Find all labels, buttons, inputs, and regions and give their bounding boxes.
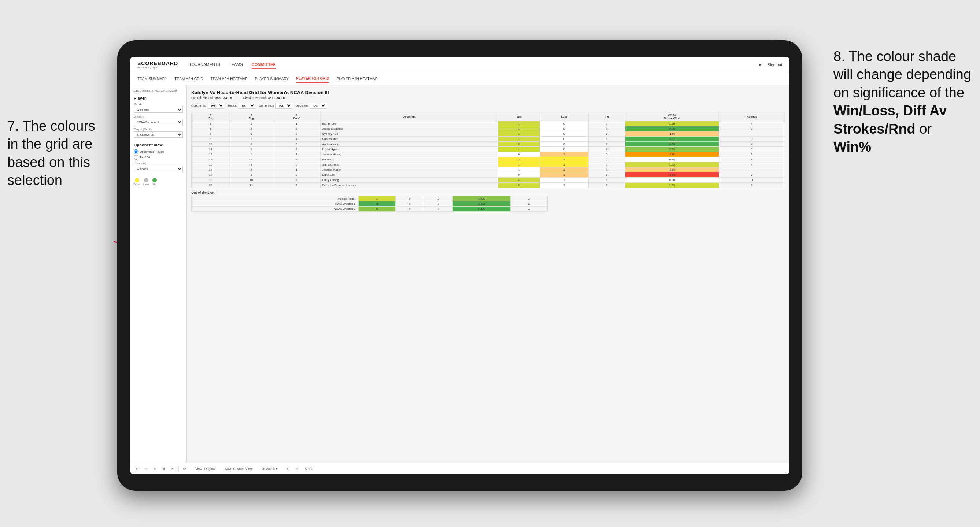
ood-cell-diff: 9.267 bbox=[453, 202, 510, 206]
cell-opponent: Emily Chang bbox=[320, 178, 498, 183]
nav-committee[interactable]: COMMITTEE bbox=[252, 61, 276, 69]
ood-cell-rounds: 30 bbox=[510, 202, 547, 206]
filter-region-select[interactable]: (All) bbox=[239, 103, 255, 109]
cell-conf: 2 bbox=[272, 147, 320, 152]
cell-reg: 3 bbox=[230, 132, 273, 137]
subnav-team-summary[interactable]: TEAM SUMMARY bbox=[137, 75, 167, 83]
cell-conf: 4 bbox=[272, 137, 320, 142]
sidebar-colour-by-select[interactable]: Win/loss bbox=[134, 166, 183, 172]
cell-tie: 0 bbox=[589, 178, 625, 183]
subnav-player-h2h-grid[interactable]: PLAYER H2H GRID bbox=[296, 75, 329, 83]
cell-loss: 0 bbox=[540, 126, 589, 132]
cell-diff: 3.33 bbox=[625, 147, 719, 152]
ood-table-row: Foreign Team 1 0 0 4.500 2 bbox=[192, 196, 548, 202]
nav-teams[interactable]: TEAMS bbox=[229, 61, 243, 69]
cell-reg: 11 bbox=[230, 183, 273, 188]
nav-tournaments[interactable]: TOURNAMENTS bbox=[189, 61, 220, 69]
filter-region: Region (All) bbox=[228, 103, 255, 109]
cell-conf: 2 bbox=[272, 173, 320, 178]
nav-signout[interactable]: Sign out bbox=[767, 61, 782, 68]
toolbar-save-custom-view[interactable]: Save Custom View bbox=[223, 466, 254, 471]
table-row: 19 10 6 Emily Chang 4 1 0 0.30 11 bbox=[192, 178, 785, 183]
cell-tie: 0 bbox=[589, 137, 625, 142]
cell-diff: 1.25 bbox=[625, 162, 719, 167]
cell-rounds: 4 bbox=[719, 142, 785, 147]
sidebar: Last Updated: 27/03/2024 16:55:38 Player… bbox=[130, 85, 187, 462]
cell-loss: 0 bbox=[540, 147, 589, 152]
cell-tie: 0 bbox=[589, 126, 625, 132]
table-row: 20 11 7 Federica Domecq Lacroze 2 1 0 1.… bbox=[192, 183, 785, 188]
cell-reg: 10 bbox=[230, 178, 273, 183]
cell-rounds: 2 bbox=[719, 152, 785, 157]
filter-opponents-select[interactable]: (All) bbox=[208, 103, 224, 109]
table-row: 3 1 1 Esther Lee 1 0 0 1.50 4 bbox=[192, 121, 785, 126]
toolbar-undo2[interactable]: ↩ bbox=[152, 466, 158, 471]
subnav-team-h2h-grid[interactable]: TEAM H2H GRID bbox=[175, 75, 203, 83]
cell-div: 19 bbox=[192, 178, 230, 183]
cell-reg: 9 bbox=[230, 147, 273, 152]
annotation-right: 8. The colour shade will change dependin… bbox=[834, 48, 973, 156]
cell-rounds: 3 bbox=[719, 147, 785, 152]
grid-area: Katelyn Vo Head-to-Head Grid for Women's… bbox=[187, 85, 789, 462]
sidebar-player-rank-select[interactable]: 8. Katelyn Vo bbox=[134, 132, 183, 138]
tablet-device: SCOREBOARD Powered by clippd TOURNAMENTS… bbox=[117, 40, 802, 491]
toolbar-undo[interactable]: ↩ bbox=[134, 466, 140, 471]
colour-dot-up: Up bbox=[153, 178, 157, 186]
toolbar-watch[interactable]: 👁 Watch ▾ bbox=[260, 466, 279, 471]
cell-conf: 1 bbox=[272, 121, 320, 126]
cell-loss: 1 bbox=[540, 173, 589, 178]
cell-reg: 8 bbox=[230, 162, 273, 167]
toolbar-icon2[interactable]: ⊞ bbox=[294, 466, 300, 471]
col-diff: Diff AvStrokes/Rnd bbox=[625, 112, 719, 121]
ood-cell-win: 5 bbox=[359, 206, 396, 212]
toolbar-icon1[interactable]: ⊡ bbox=[285, 466, 291, 471]
ood-cell-diff: 4.500 bbox=[453, 196, 510, 202]
cell-diff: 1.33 bbox=[625, 183, 719, 188]
cell-diff: 4.00 bbox=[625, 142, 719, 147]
subnav-team-h2h-heatmap[interactable]: TEAM H2H HEATMAP bbox=[211, 75, 248, 83]
cell-reg: 2 bbox=[230, 126, 273, 132]
annotation-left: 7. The colours in the grid are based on … bbox=[7, 117, 110, 190]
cell-opponent: Jessica Mason bbox=[320, 167, 498, 173]
ood-table-row: NAIA Division 1 15 0 0 9.267 30 bbox=[192, 202, 548, 206]
cell-win: 2 bbox=[498, 183, 540, 188]
logo-text: SCOREBOARD bbox=[137, 60, 178, 66]
cell-conf: 4 bbox=[272, 157, 320, 162]
cell-diff: -3.00 bbox=[625, 152, 719, 157]
filter-row: Opponents: (All) Region (All) Conference bbox=[191, 103, 785, 109]
filter-conference-select[interactable]: (All) bbox=[275, 103, 292, 109]
cell-rounds: 9 bbox=[719, 157, 785, 162]
cell-tie: 0 bbox=[589, 183, 625, 188]
toolbar-cut[interactable]: ✂ bbox=[170, 466, 175, 471]
ood-cell-loss: 0 bbox=[395, 196, 424, 202]
cell-tie: 0 bbox=[589, 132, 625, 137]
sidebar-radio-top100[interactable]: Top 100 bbox=[134, 155, 183, 160]
toolbar-grid[interactable]: ⊞ bbox=[161, 466, 167, 471]
filter-opponent-label: Opponent bbox=[296, 104, 309, 107]
filter-opponent-select[interactable]: (All) bbox=[310, 103, 326, 109]
subnav-player-h2h-heatmap[interactable]: PLAYER H2H HEATMAP bbox=[336, 75, 377, 83]
cell-tie: 0 bbox=[589, 152, 625, 157]
toolbar-view-original[interactable]: View: Original bbox=[194, 466, 217, 471]
table-row: 5 2 2 Alexis Sudjianto 1 0 0 4.00 3 bbox=[192, 126, 785, 132]
cell-win: 0 bbox=[498, 173, 540, 178]
cell-tie: 0 bbox=[589, 173, 625, 178]
sidebar-radio-played[interactable]: Opponents Played bbox=[134, 149, 183, 154]
cell-loss: 2 bbox=[540, 167, 589, 173]
ood-cell-rounds: 2 bbox=[510, 196, 547, 202]
cell-loss: 0 bbox=[540, 132, 589, 137]
colour-dot-level: Level bbox=[143, 178, 150, 186]
toolbar-redo[interactable]: ↪ bbox=[143, 466, 149, 471]
sidebar-colour-by-label: Colour by bbox=[134, 162, 183, 165]
toolbar-share[interactable]: Share bbox=[303, 466, 315, 471]
cell-diff: 0.38 bbox=[625, 157, 719, 162]
sidebar-gender-select[interactable]: Women's bbox=[134, 106, 183, 113]
subnav-player-summary[interactable]: PLAYER SUMMARY bbox=[255, 75, 289, 83]
table-row: 9 1 4 Sharon Mun 1 0 0 3.67 3 bbox=[192, 137, 785, 142]
sidebar-division-select[interactable]: NCAA Division III bbox=[134, 119, 183, 125]
nav-right: ▸ | Sign out bbox=[759, 61, 782, 68]
sidebar-division-label: Division bbox=[134, 115, 183, 118]
cell-div: 15 bbox=[192, 162, 230, 167]
col-conf: #Conf bbox=[272, 112, 320, 121]
toolbar-refresh[interactable]: ⟳ bbox=[182, 466, 188, 471]
